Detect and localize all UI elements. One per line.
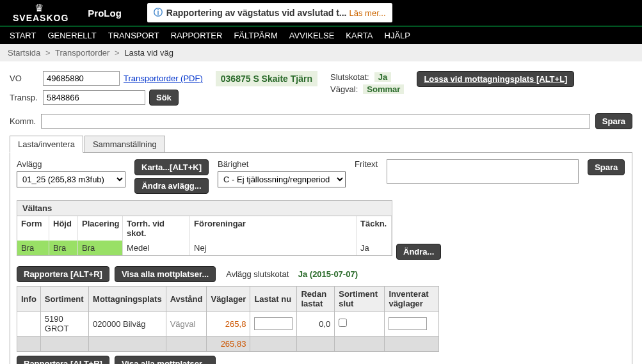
slutskotat-value: Ja — [374, 72, 391, 82]
th-inventerat: Inventerat väglager — [385, 287, 439, 312]
andra-valtans-button[interactable]: Ändra... — [396, 244, 441, 260]
avlagg-label: Avlägg — [17, 159, 125, 169]
notice-link[interactable]: Läs mer... — [349, 8, 386, 18]
rapportera-button-bottom[interactable]: Rapportera [ALT+R] — [17, 356, 109, 364]
main-menu: START GENERELLT TRANSPORT RAPPORTER FÄLT… — [0, 26, 642, 44]
visa-mottplatser-button-top[interactable]: Visa alla mottplatser... — [115, 266, 216, 282]
sortiment-table: Info Sortiment Mottagningsplats Avstånd … — [17, 286, 439, 352]
komm-input[interactable] — [41, 114, 590, 129]
cell-slut — [335, 312, 385, 336]
transportorder-pdf-link[interactable]: Transportorder (PDF) — [124, 74, 203, 83]
sortiment-slut-checkbox[interactable] — [339, 319, 347, 327]
crown-icon: ♛ — [35, 3, 44, 13]
vo-label: VO — [10, 74, 39, 83]
fritext-textarea[interactable] — [387, 159, 579, 184]
komm-label: Komm. — [10, 116, 36, 126]
vagval-value: Sommar — [363, 84, 404, 94]
valtans-h-hojd: Höjd — [49, 216, 78, 241]
th-lastat-nu: Lastat nu — [250, 287, 297, 312]
breadcrumb-start[interactable]: Startsida — [8, 48, 40, 58]
tab-sammanstallning[interactable]: Sammanställning — [84, 136, 165, 152]
th-mottagningsplats: Mottagningsplats — [89, 287, 166, 312]
cell-vaglager: 265,8 — [207, 312, 250, 336]
breadcrumb-current: Lasta vid väg — [124, 48, 173, 58]
th-sortiment: Sortiment — [40, 287, 88, 312]
notice-banner[interactable]: ⓘ Rapportering av vägstatus vid avslutad… — [147, 3, 392, 22]
valtans-h-form: Form — [17, 216, 49, 241]
valtans-foro: Nej — [190, 241, 357, 255]
table-row: 5190 GROT 020000 Bilväg Vägval 265,8 0,0 — [17, 312, 439, 336]
menu-start[interactable]: START — [10, 31, 36, 40]
menu-karta[interactable]: KARTA — [346, 31, 373, 40]
sum-row: 265,83 — [17, 336, 439, 352]
breadcrumb-transportorder[interactable]: Transportorder — [55, 48, 110, 58]
notice-text: Rapportering av vägstatus vid avslutad t… — [166, 8, 347, 18]
th-info: Info — [17, 287, 41, 312]
menu-transport[interactable]: TRANSPORT — [108, 31, 159, 40]
th-sortiment-slut: Sortiment slut — [335, 287, 385, 312]
valtans-h-plac: Placering — [78, 216, 123, 241]
sum-vaglager: 265,83 — [207, 336, 250, 352]
cell-redan: 0,0 — [297, 312, 335, 336]
valtans-torrh: Medel — [123, 241, 190, 255]
tab-lasta-inventera[interactable]: Lasta/inventera — [10, 136, 83, 153]
spara-komm-button[interactable]: Spara — [595, 113, 632, 129]
cell-mottagningsplats: 020000 Bilväg — [89, 312, 166, 336]
valtans-form: Bra — [17, 241, 49, 255]
lastat-input[interactable] — [254, 317, 293, 330]
vagval-label: Vägval: — [330, 84, 358, 94]
cell-avstand[interactable]: Vägval — [166, 312, 207, 336]
inventerat-input[interactable] — [389, 317, 427, 330]
visa-mottplatser-button-bottom[interactable]: Visa alla mottplatser... — [115, 356, 216, 364]
menu-faltparm[interactable]: FÄLTPÄRM — [234, 31, 277, 40]
lossa-button[interactable]: Lossa vid mottagningsplats [ALT+L] — [417, 71, 574, 87]
valtans-tack: Ja — [357, 241, 392, 255]
spara-controls-button[interactable]: Spara — [588, 159, 625, 175]
andra-avlagg-button[interactable]: Ändra avlägg... — [134, 178, 209, 194]
brand-logo: ♛ SVEASKOG — [10, 3, 68, 22]
vo-input[interactable] — [43, 71, 120, 86]
fritext-label: Fritext — [355, 159, 378, 169]
app-name: ProLog — [88, 8, 122, 19]
valtans-h-torrh: Torrh. vid skot. — [123, 216, 190, 241]
cell-lastat — [250, 312, 297, 336]
th-avstand: Avstånd — [166, 287, 207, 312]
th-vaglager: Väglager — [207, 287, 250, 312]
valtans-hojd: Bra — [49, 241, 78, 255]
menu-avvikelse[interactable]: AVVIKELSE — [289, 31, 335, 40]
barighet-label: Bärighet — [218, 159, 346, 169]
avlagg-slutskotat-value: Ja (2015-07-07) — [298, 269, 358, 279]
menu-generellt[interactable]: GENERELLT — [47, 31, 96, 40]
valtans-box: Vältans Form Höjd Placering Torrh. vid s… — [17, 200, 392, 256]
karta-button[interactable]: Karta...[ALT+K] — [134, 159, 209, 175]
rapportera-button-top[interactable]: Rapportera [ALT+R] — [17, 266, 109, 282]
brand-text: SVEASKOG — [13, 13, 68, 22]
slutskotat-label: Slutskotat: — [330, 72, 369, 82]
breadcrumb: Startsida > Transportorder > Lasta vid v… — [0, 44, 642, 61]
barighet-select[interactable]: C - Ej tjällossning/regnperiod — [218, 171, 346, 187]
cell-info — [17, 312, 41, 336]
valtans-title: Vältans — [17, 201, 392, 216]
location-name: 036875 S Skaite Tjärn — [216, 71, 317, 86]
transp-label: Transp. — [10, 93, 39, 102]
cell-sortiment: 5190 GROT — [40, 312, 88, 336]
menu-rapporter[interactable]: RAPPORTER — [171, 31, 223, 40]
info-icon: ⓘ — [154, 7, 163, 19]
cell-inventerat — [385, 312, 439, 336]
th-redan-lastat: Redan lastat — [297, 287, 335, 312]
menu-hjalp[interactable]: HJÄLP — [385, 31, 410, 40]
sok-button[interactable]: Sök — [149, 90, 179, 106]
avlagg-select[interactable]: 01_25 (265,83 m3fub) — [17, 171, 125, 187]
valtans-h-foro: Föroreningar — [190, 216, 357, 241]
valtans-h-tack: Täckn. — [357, 216, 392, 241]
transp-input[interactable] — [43, 90, 145, 105]
valtans-plac: Bra — [78, 241, 123, 255]
avlagg-slutskotat-label: Avlägg slutskotat — [226, 269, 289, 279]
